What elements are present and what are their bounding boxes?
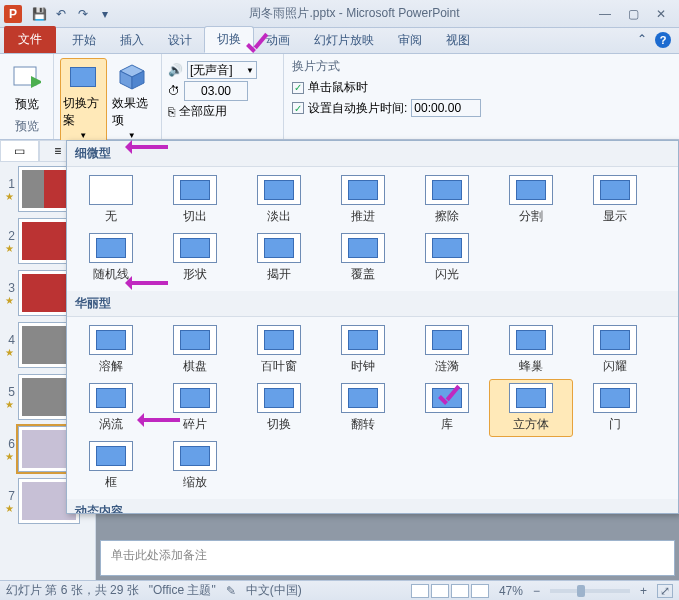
auto-time-input[interactable]: 00:00.00 — [411, 99, 481, 117]
transition-label: 闪光 — [435, 266, 459, 283]
thumbnails-tab[interactable]: ▭ — [0, 140, 39, 162]
transition-缩放[interactable]: 缩放 — [153, 437, 237, 495]
transition-gallery: 细微型 无切出淡出推进擦除分割显示随机线形状揭开覆盖闪光 华丽型 溶解棋盘百叶窗… — [66, 140, 679, 514]
transition-切出[interactable]: 切出 — [153, 171, 237, 229]
transition-label: 库 — [441, 416, 453, 433]
zoom-out-button[interactable]: − — [533, 584, 540, 598]
transition-形状[interactable]: 形状 — [153, 229, 237, 287]
transition-立方体[interactable]: 立方体 — [489, 379, 573, 437]
transition-icon — [89, 441, 133, 471]
zoom-slider[interactable] — [550, 589, 630, 593]
transition-闪耀[interactable]: 闪耀 — [573, 321, 657, 379]
minimize-button[interactable]: — — [595, 5, 615, 23]
spellcheck-icon[interactable]: ✎ — [226, 584, 236, 598]
transition-icon — [509, 325, 553, 355]
tab-review[interactable]: 审阅 — [386, 28, 434, 53]
transition-label: 涡流 — [99, 416, 123, 433]
sound-select[interactable]: [无声音]▼ — [187, 61, 257, 79]
zoom-in-button[interactable]: + — [640, 584, 647, 598]
transition-涟漪[interactable]: 涟漪 — [405, 321, 489, 379]
transition-百叶窗[interactable]: 百叶窗 — [237, 321, 321, 379]
maximize-button[interactable]: ▢ — [623, 5, 643, 23]
minimize-ribbon-icon[interactable]: ⌃ — [637, 32, 647, 48]
transition-label: 擦除 — [435, 208, 459, 225]
transition-覆盖[interactable]: 覆盖 — [321, 229, 405, 287]
advance-group: 换片方式 单击鼠标时 设置自动换片时间: 00:00.00 — [284, 54, 489, 139]
transition-显示[interactable]: 显示 — [573, 171, 657, 229]
transition-star-icon: ★ — [5, 295, 14, 306]
tab-view[interactable]: 视图 — [434, 28, 482, 53]
preview-button[interactable]: 预览 — [6, 58, 47, 116]
save-icon[interactable]: 💾 — [30, 5, 48, 23]
apply-all-button[interactable]: ⎘ 全部应用 — [168, 103, 277, 120]
transition-溶解[interactable]: 溶解 — [69, 321, 153, 379]
transition-label: 淡出 — [267, 208, 291, 225]
transition-涡流[interactable]: 涡流 — [69, 379, 153, 437]
help-icon[interactable]: ? — [655, 32, 671, 48]
close-button[interactable]: ✕ — [651, 5, 671, 23]
tab-slideshow[interactable]: 幻灯片放映 — [302, 28, 386, 53]
transition-翻转[interactable]: 翻转 — [321, 379, 405, 437]
transition-分割[interactable]: 分割 — [489, 171, 573, 229]
auto-after-label: 设置自动换片时间: — [308, 100, 407, 117]
sorter-view-button[interactable] — [431, 584, 449, 598]
on-click-checkbox[interactable] — [292, 82, 304, 94]
tab-file[interactable]: 文件 — [4, 26, 56, 53]
transition-scheme-button[interactable]: 切换方案 ▼ — [60, 58, 107, 143]
transition-蜂巢[interactable]: 蜂巢 — [489, 321, 573, 379]
sound-icon: 🔊 — [168, 63, 183, 77]
thumb-number: 7 — [3, 489, 15, 503]
transition-无[interactable]: 无 — [69, 171, 153, 229]
advance-header: 换片方式 — [292, 58, 481, 75]
undo-icon[interactable]: ↶ — [52, 5, 70, 23]
transition-label: 切换 — [267, 416, 291, 433]
normal-view-button[interactable] — [411, 584, 429, 598]
tab-insert[interactable]: 插入 — [108, 28, 156, 53]
duration-spinner[interactable]: 03.00 — [184, 81, 248, 101]
ribbon-tabs: 文件 开始 插入 设计 切换 动画 幻灯片放映 审阅 视图 ⌃ ? — [0, 28, 679, 54]
transition-随机线[interactable]: 随机线 — [69, 229, 153, 287]
effect-options-button[interactable]: 效果选项 ▼ — [109, 58, 156, 143]
apply-icon: ⎘ — [168, 105, 175, 119]
play-icon — [11, 62, 43, 94]
transition-时钟[interactable]: 时钟 — [321, 321, 405, 379]
transition-label: 分割 — [519, 208, 543, 225]
tab-home[interactable]: 开始 — [60, 28, 108, 53]
tab-design[interactable]: 设计 — [156, 28, 204, 53]
reading-view-button[interactable] — [451, 584, 469, 598]
chevron-down-icon: ▼ — [128, 131, 136, 140]
transition-star-icon: ★ — [5, 191, 14, 202]
auto-after-checkbox[interactable] — [292, 102, 304, 114]
thumb-number: 2 — [3, 229, 15, 243]
notes-pane[interactable]: 单击此处添加备注 — [100, 540, 675, 576]
transition-框[interactable]: 框 — [69, 437, 153, 495]
transition-门[interactable]: 门 — [573, 379, 657, 437]
transition-棋盘[interactable]: 棋盘 — [153, 321, 237, 379]
gallery-section-dynamic: 动态内容 — [67, 499, 678, 514]
transition-揭开[interactable]: 揭开 — [237, 229, 321, 287]
transition-label: 门 — [609, 416, 621, 433]
qat-dropdown-icon[interactable]: ▾ — [96, 5, 114, 23]
transition-icon — [89, 383, 133, 413]
language-indicator[interactable]: 中文(中国) — [246, 582, 302, 599]
transition-切换[interactable]: 切换 — [237, 379, 321, 437]
redo-icon[interactable]: ↷ — [74, 5, 92, 23]
transition-label: 揭开 — [267, 266, 291, 283]
transition-icon — [509, 383, 553, 413]
transition-擦除[interactable]: 擦除 — [405, 171, 489, 229]
transition-碎片[interactable]: 碎片 — [153, 379, 237, 437]
zoom-value[interactable]: 47% — [499, 584, 523, 598]
transition-icon — [89, 233, 133, 263]
transition-闪光[interactable]: 闪光 — [405, 229, 489, 287]
tab-animations[interactable]: 动画 — [254, 28, 302, 53]
transition-label: 闪耀 — [603, 358, 627, 375]
tab-transitions[interactable]: 切换 — [204, 26, 254, 53]
clock-icon: ⏱ — [168, 84, 180, 98]
thumb-number: 3 — [3, 281, 15, 295]
slideshow-view-button[interactable] — [471, 584, 489, 598]
fit-to-window-button[interactable]: ⤢ — [657, 584, 673, 598]
transition-推进[interactable]: 推进 — [321, 171, 405, 229]
transition-库[interactable]: 库 — [405, 379, 489, 437]
transition-淡出[interactable]: 淡出 — [237, 171, 321, 229]
apply-all-label: 全部应用 — [179, 103, 227, 120]
